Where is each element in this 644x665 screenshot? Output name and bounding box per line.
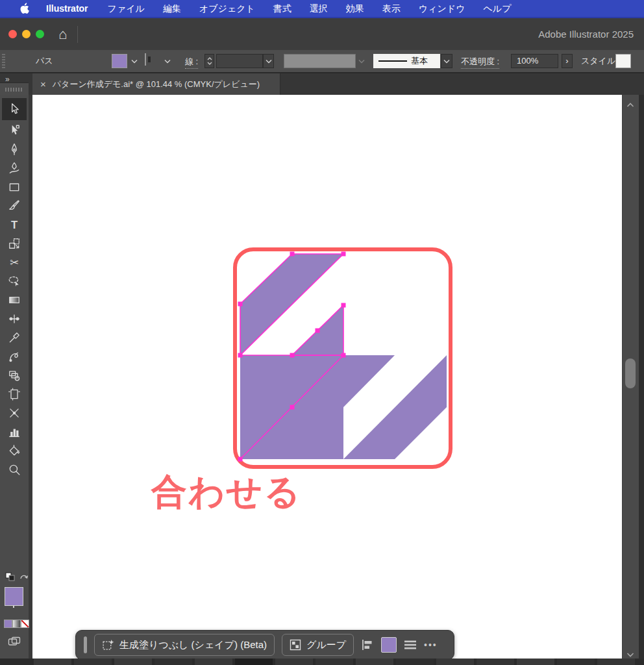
drawing-mode-icon[interactable] bbox=[8, 636, 21, 650]
swap-fill-stroke-icon[interactable] bbox=[19, 572, 29, 584]
gradient-mode-swatch[interactable] bbox=[12, 620, 21, 628]
control-bar: パス 線 : 基本 不透明度 bbox=[0, 50, 644, 73]
selection-tool[interactable] bbox=[2, 98, 27, 120]
menu-effect[interactable]: 効果 bbox=[337, 0, 373, 17]
scroll-up-icon[interactable] bbox=[626, 99, 634, 110]
free-transform-tool[interactable] bbox=[2, 234, 27, 253]
menu-bar: Illustrator ファイル 編集 オブジェクト 書式 選択 効果 表示 ウ… bbox=[0, 0, 644, 18]
gradient-tool[interactable] bbox=[2, 291, 27, 309]
menu-object[interactable]: オブジェクト bbox=[190, 0, 264, 17]
taskbar-more-icon[interactable]: ••• bbox=[424, 640, 438, 650]
apple-menu-icon[interactable] bbox=[19, 3, 29, 14]
titlebar-divider bbox=[77, 26, 78, 43]
taskbar-drag-handle[interactable] bbox=[84, 636, 87, 653]
scissors-tool[interactable]: ✂ bbox=[2, 253, 27, 271]
svg-text:✂: ✂ bbox=[10, 257, 19, 269]
menu-select[interactable]: 選択 bbox=[301, 0, 337, 17]
knife-tool[interactable] bbox=[2, 404, 27, 422]
properties-menu-icon[interactable] bbox=[404, 640, 417, 650]
pattern-triangle-right bbox=[343, 355, 395, 407]
selection-type-label: パス bbox=[36, 50, 53, 72]
control-bar-grip[interactable] bbox=[2, 53, 5, 69]
paintbrush-tool[interactable] bbox=[2, 197, 27, 215]
annotation-text[interactable]: 合わせる bbox=[151, 468, 302, 516]
artwork[interactable] bbox=[32, 95, 622, 659]
stroke-color-swatch[interactable] bbox=[145, 53, 146, 66]
illustrator-window: Illustrator ファイル 編集 オブジェクト 書式 選択 効果 表示 ウ… bbox=[0, 0, 644, 665]
svg-text:T: T bbox=[11, 219, 18, 231]
graph-tool[interactable] bbox=[2, 423, 27, 441]
app-title: Adobe Illustrator 2025 bbox=[538, 29, 634, 40]
width-profile-dropdown[interactable] bbox=[284, 54, 356, 68]
menu-view[interactable]: 表示 bbox=[373, 0, 410, 17]
default-fill-stroke-icon[interactable] bbox=[5, 572, 16, 581]
generative-fill-button[interactable]: 生成塗りつぶし (シェイプ) (Beta) bbox=[94, 634, 275, 656]
eyedropper-tool[interactable] bbox=[2, 329, 27, 347]
width-profile-chevron-icon[interactable] bbox=[356, 54, 367, 68]
brush-stroke-preview bbox=[378, 60, 407, 62]
generative-fill-label: 生成塗りつぶし (シェイプ) (Beta) bbox=[119, 639, 267, 651]
none-mode-swatch[interactable] bbox=[21, 620, 29, 628]
fill-color-swatch[interactable] bbox=[112, 54, 127, 68]
menu-illustrator[interactable]: Illustrator bbox=[36, 0, 99, 17]
blob-brush-tool[interactable] bbox=[2, 347, 27, 366]
color-mode-swatch[interactable] bbox=[4, 620, 12, 628]
group-button[interactable]: グループ bbox=[282, 634, 354, 656]
tab-bar: » × パターン作成デモ.ai* @ 101.44 % (CMYK/プレビュー) bbox=[0, 73, 644, 95]
stroke-weight-stepper[interactable] bbox=[204, 54, 214, 68]
tab-close-icon[interactable]: × bbox=[40, 79, 46, 90]
document-tab-title: パターン作成デモ.ai* @ 101.44 % (CMYK/プレビュー) bbox=[53, 79, 260, 90]
live-paint-bucket-tool[interactable] bbox=[2, 442, 27, 460]
tools-panel-grip[interactable] bbox=[0, 82, 29, 95]
zoom-window-button[interactable] bbox=[36, 30, 44, 38]
stroke-weight-input[interactable] bbox=[216, 54, 263, 68]
align-icon[interactable] bbox=[361, 638, 374, 651]
minimize-window-button[interactable] bbox=[22, 30, 31, 38]
width-tool[interactable] bbox=[2, 310, 27, 328]
grip-dots bbox=[5, 88, 23, 92]
stroke-weight-chevron-icon[interactable] bbox=[263, 54, 274, 68]
menu-window[interactable]: ウィンドウ bbox=[410, 0, 475, 17]
rectangle-tool[interactable] bbox=[2, 178, 27, 196]
menu-edit[interactable]: 編集 bbox=[154, 0, 190, 17]
stroke-hollow-square bbox=[148, 56, 151, 62]
artboard-tool[interactable] bbox=[2, 385, 27, 403]
lasso-tool[interactable] bbox=[2, 272, 27, 290]
title-bar: ⌂ Adobe Illustrator 2025 bbox=[0, 18, 644, 50]
menu-file[interactable]: ファイル bbox=[99, 0, 154, 17]
document-tab[interactable]: × パターン作成デモ.ai* @ 101.44 % (CMYK/プレビュー) bbox=[32, 73, 280, 95]
direct-selection-tool[interactable] bbox=[2, 121, 27, 140]
dock-edge-strip bbox=[0, 659, 644, 665]
brush-definition-dropdown[interactable]: 基本 bbox=[373, 54, 440, 68]
tools-panel: T ✂ bbox=[0, 95, 32, 659]
style-swatch[interactable] bbox=[615, 54, 631, 68]
opacity-more-button[interactable]: › bbox=[562, 54, 573, 68]
scrollbar-thumb[interactable] bbox=[625, 358, 636, 388]
vertical-scrollbar[interactable] bbox=[622, 95, 639, 659]
style-label: スタイル : bbox=[581, 50, 620, 72]
menu-help[interactable]: ヘルプ bbox=[475, 0, 521, 17]
group-label: グループ bbox=[306, 639, 346, 651]
stroke-chevron-icon[interactable] bbox=[162, 54, 173, 68]
canvas[interactable]: 合わせる bbox=[32, 95, 622, 659]
contextual-task-bar: 生成塗りつぶし (シェイプ) (Beta) グループ ••• bbox=[75, 630, 454, 660]
fill-proxy-swatch[interactable] bbox=[5, 587, 23, 606]
curvature-tool[interactable] bbox=[2, 159, 27, 177]
brush-chevron-icon[interactable] bbox=[441, 54, 452, 68]
opacity-label[interactable]: 不透明度 : bbox=[461, 56, 499, 69]
brush-style-label: 基本 bbox=[411, 55, 428, 67]
symbol-tool[interactable] bbox=[2, 366, 27, 384]
right-panel-edge bbox=[639, 95, 644, 659]
stroke-weight-label[interactable]: 線 : bbox=[185, 56, 198, 69]
taskbar-fill-swatch[interactable] bbox=[381, 637, 397, 653]
home-icon[interactable]: ⌂ bbox=[58, 27, 67, 42]
close-window-button[interactable] bbox=[8, 30, 17, 38]
zoom-tool[interactable] bbox=[2, 460, 27, 479]
type-tool[interactable]: T bbox=[2, 216, 27, 234]
pen-tool[interactable] bbox=[2, 140, 27, 158]
fill-chevron-icon[interactable] bbox=[129, 54, 140, 68]
menu-type[interactable]: 書式 bbox=[264, 0, 301, 17]
opacity-input[interactable]: 100% bbox=[511, 54, 558, 68]
